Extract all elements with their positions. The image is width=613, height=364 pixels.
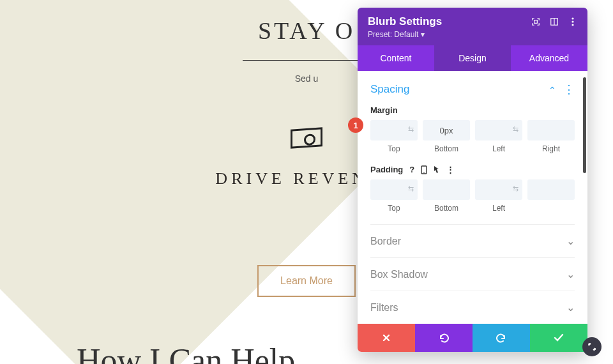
panel-footer <box>358 324 587 352</box>
redo-button[interactable] <box>473 324 530 352</box>
preset-value: Default <box>394 30 418 39</box>
label-bottom: Bottom <box>423 144 470 153</box>
hover-icon[interactable] <box>434 165 440 174</box>
label-top: Top <box>370 144 418 153</box>
padding-right-input[interactable] <box>527 179 575 200</box>
margin-bottom-input[interactable] <box>423 120 470 140</box>
padding-top-input[interactable] <box>370 179 418 200</box>
resize-handle[interactable] <box>582 337 602 356</box>
margin-left-input[interactable] <box>475 120 522 140</box>
mobile-icon[interactable] <box>421 165 427 174</box>
label-top: Top <box>370 204 418 213</box>
chevron-down-icon: ▾ <box>421 30 425 39</box>
margin-inputs: ⇆ ⇆ <box>370 120 575 140</box>
border-label: Border <box>370 236 401 247</box>
expand-icon[interactable] <box>531 17 540 27</box>
svg-point-7 <box>423 172 425 173</box>
panel-tabs: Content Design Advanced <box>358 45 587 71</box>
panel-title: Blurb Settings <box>368 15 442 28</box>
save-button[interactable] <box>530 324 587 352</box>
panel-header[interactable]: Blurb Settings Preset: Default ▾ <box>358 8 587 45</box>
margin-label: Margin <box>370 105 575 115</box>
chevron-down-icon: ⌄ <box>566 301 575 314</box>
more-icon[interactable] <box>568 17 577 27</box>
title-divider <box>243 60 370 61</box>
panel-body: Spacing ⌃ ⋮ Margin ⇆ ⇆ Top Bottom Left R… <box>358 71 587 324</box>
preset-label: Preset: <box>368 30 392 39</box>
spacing-section-header[interactable]: Spacing ⌃ ⋮ <box>370 80 575 105</box>
svg-point-5 <box>571 24 573 26</box>
padding-inputs: ⇆ ⇆ <box>370 179 575 200</box>
section-more-icon[interactable]: ⋮ <box>563 83 575 96</box>
chevron-down-icon: ⌄ <box>566 235 575 247</box>
grid-icon[interactable] <box>549 17 559 27</box>
blurb-settings-panel: Blurb Settings Preset: Default ▾ Content… <box>358 8 587 352</box>
learn-more-button[interactable]: Learn More <box>257 265 356 297</box>
chevron-up-icon: ⌃ <box>549 85 556 95</box>
padding-sublabels: Top Bottom Left <box>370 204 575 213</box>
margin-top-input[interactable] <box>370 120 418 140</box>
tab-content[interactable]: Content <box>358 45 434 71</box>
undo-button[interactable] <box>415 324 473 352</box>
annotation-marker-1: 1 <box>348 118 363 133</box>
tab-advanced[interactable]: Advanced <box>511 45 587 71</box>
scrollbar[interactable] <box>583 77 586 173</box>
help-icon[interactable]: ? <box>409 165 414 174</box>
label-left: Left <box>475 144 522 153</box>
padding-label-row: Padding ? ⋮ <box>370 165 575 174</box>
padding-left-input[interactable] <box>475 179 522 200</box>
padding-bottom-input[interactable] <box>423 179 470 200</box>
svg-point-3 <box>571 17 573 19</box>
tab-design[interactable]: Design <box>434 45 511 71</box>
svg-point-4 <box>571 20 573 22</box>
padding-label: Padding <box>370 165 403 174</box>
label-right-faded <box>527 204 575 213</box>
label-bottom: Bottom <box>423 204 470 213</box>
label-right: Right <box>527 144 575 153</box>
preset-selector[interactable]: Preset: Default ▾ <box>368 30 577 39</box>
money-icon <box>291 127 322 148</box>
filters-label: Filters <box>370 302 398 314</box>
border-section[interactable]: Border ⌄ <box>370 224 575 257</box>
chevron-down-icon: ⌄ <box>566 268 575 280</box>
filters-section[interactable]: Filters ⌄ <box>370 291 575 324</box>
box-shadow-label: Box Shadow <box>370 269 428 280</box>
margin-right-input[interactable] <box>527 120 575 140</box>
padding-more-icon[interactable]: ⋮ <box>446 165 455 174</box>
close-button[interactable] <box>358 324 415 352</box>
svg-rect-0 <box>534 20 537 24</box>
label-left: Left <box>475 204 522 213</box>
spacing-title: Spacing <box>370 83 409 96</box>
margin-sublabels: Top Bottom Left Right <box>370 144 575 153</box>
box-shadow-section[interactable]: Box Shadow ⌄ <box>370 257 575 291</box>
